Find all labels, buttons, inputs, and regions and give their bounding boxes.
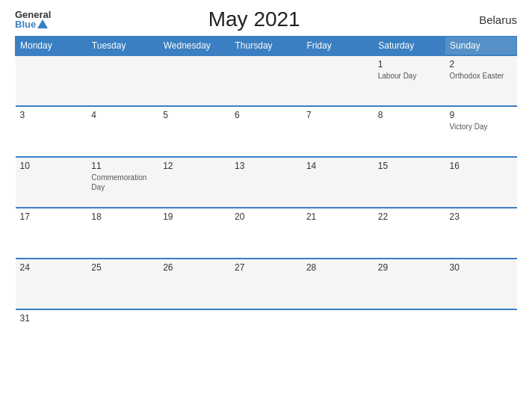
day-number: 25 bbox=[91, 262, 154, 273]
calendar-day-cell bbox=[374, 309, 445, 360]
logo-blue-text: Blue bbox=[15, 19, 48, 29]
calendar-table: Monday Tuesday Wednesday Thursday Friday… bbox=[15, 36, 517, 360]
day-number: 15 bbox=[378, 161, 441, 171]
day-number: 12 bbox=[163, 161, 226, 171]
day-number: 3 bbox=[20, 110, 83, 120]
holiday-name: Victory Day bbox=[450, 122, 513, 132]
calendar-day-cell bbox=[87, 309, 158, 360]
calendar-day-cell: 21 bbox=[302, 208, 374, 259]
day-number: 5 bbox=[163, 110, 226, 120]
calendar-week-row: 3456789Victory Day bbox=[16, 106, 517, 157]
day-number: 1 bbox=[378, 59, 441, 69]
calendar-header: General Blue May 2021 Belarus bbox=[15, 7, 517, 31]
day-number: 9 bbox=[450, 110, 513, 120]
calendar-week-row: 17181920212223 bbox=[16, 208, 517, 259]
calendar-week-row: 1011Commemoration Day1213141516 bbox=[16, 157, 517, 208]
calendar-day-cell: 13 bbox=[230, 157, 302, 208]
calendar-day-cell: 10 bbox=[16, 157, 87, 208]
logo-blue-label: Blue bbox=[15, 19, 36, 29]
calendar-day-cell: 31 bbox=[16, 309, 87, 360]
calendar-day-cell: 28 bbox=[302, 259, 374, 309]
calendar-day-cell: 12 bbox=[158, 157, 230, 208]
day-number: 14 bbox=[306, 161, 369, 171]
calendar-day-cell: 15 bbox=[374, 157, 445, 208]
col-sunday: Sunday bbox=[445, 37, 517, 56]
calendar-day-cell bbox=[158, 55, 230, 106]
calendar-day-cell bbox=[445, 309, 517, 360]
calendar-day-cell: 30 bbox=[445, 259, 517, 309]
calendar-day-cell: 8 bbox=[374, 106, 445, 157]
logo: General Blue bbox=[15, 10, 51, 29]
calendar-day-cell: 29 bbox=[374, 259, 445, 309]
calendar-day-cell bbox=[302, 309, 374, 360]
day-number: 29 bbox=[378, 262, 441, 273]
col-tuesday: Tuesday bbox=[87, 37, 158, 56]
day-number: 18 bbox=[91, 211, 154, 222]
day-number: 7 bbox=[306, 110, 369, 120]
day-number: 27 bbox=[235, 262, 297, 273]
calendar-day-cell: 2Orthodox Easter bbox=[445, 55, 517, 106]
day-number: 6 bbox=[235, 110, 297, 120]
logo-triangle-icon bbox=[37, 19, 48, 28]
calendar-day-cell: 14 bbox=[302, 157, 374, 208]
day-number: 13 bbox=[235, 161, 297, 171]
holiday-name: Orthodox Easter bbox=[450, 71, 513, 81]
day-number: 28 bbox=[306, 262, 369, 273]
calendar-week-row: 31 bbox=[16, 309, 517, 360]
calendar-day-cell: 23 bbox=[445, 208, 517, 259]
holiday-name: Commemoration Day bbox=[91, 173, 154, 192]
day-number: 20 bbox=[235, 211, 297, 222]
calendar-day-cell: 26 bbox=[158, 259, 230, 309]
calendar-page: General Blue May 2021 Belarus Monday Tue… bbox=[0, 0, 532, 411]
day-number: 26 bbox=[163, 262, 226, 273]
col-wednesday: Wednesday bbox=[158, 37, 230, 56]
country-name: Belarus bbox=[457, 13, 517, 26]
day-number: 11 bbox=[91, 161, 154, 171]
day-number: 31 bbox=[20, 313, 83, 324]
day-number: 8 bbox=[378, 110, 441, 120]
calendar-day-cell: 24 bbox=[16, 259, 87, 309]
calendar-day-cell: 1Labour Day bbox=[374, 55, 445, 106]
calendar-day-cell bbox=[158, 309, 230, 360]
day-number: 22 bbox=[378, 211, 441, 222]
holiday-name: Labour Day bbox=[378, 71, 441, 81]
day-number: 24 bbox=[20, 262, 83, 273]
calendar-day-cell: 6 bbox=[230, 106, 302, 157]
col-thursday: Thursday bbox=[230, 37, 302, 56]
day-number: 10 bbox=[20, 161, 83, 171]
calendar-day-cell: 18 bbox=[87, 208, 158, 259]
calendar-day-cell bbox=[230, 309, 302, 360]
calendar-day-cell bbox=[302, 55, 374, 106]
day-number: 19 bbox=[163, 211, 226, 222]
calendar-day-cell: 11Commemoration Day bbox=[87, 157, 158, 208]
calendar-day-cell: 4 bbox=[87, 106, 158, 157]
calendar-day-cell: 19 bbox=[158, 208, 230, 259]
calendar-day-cell: 17 bbox=[16, 208, 87, 259]
calendar-day-cell: 9Victory Day bbox=[445, 106, 517, 157]
day-number: 30 bbox=[450, 262, 513, 273]
calendar-title: May 2021 bbox=[51, 7, 457, 31]
calendar-day-cell: 27 bbox=[230, 259, 302, 309]
calendar-day-cell bbox=[16, 55, 87, 106]
col-friday: Friday bbox=[302, 37, 374, 56]
day-number: 17 bbox=[20, 211, 83, 222]
calendar-day-cell: 16 bbox=[445, 157, 517, 208]
calendar-week-row: 1Labour Day2Orthodox Easter bbox=[16, 55, 517, 106]
calendar-day-cell: 25 bbox=[87, 259, 158, 309]
day-number: 23 bbox=[450, 211, 513, 222]
day-number: 2 bbox=[450, 59, 513, 69]
calendar-day-cell: 20 bbox=[230, 208, 302, 259]
calendar-week-row: 24252627282930 bbox=[16, 259, 517, 309]
calendar-day-cell bbox=[230, 55, 302, 106]
calendar-day-cell: 5 bbox=[158, 106, 230, 157]
col-saturday: Saturday bbox=[374, 37, 445, 56]
calendar-day-cell: 7 bbox=[302, 106, 374, 157]
calendar-day-cell bbox=[87, 55, 158, 106]
day-number: 16 bbox=[450, 161, 513, 171]
day-number: 4 bbox=[91, 110, 154, 120]
col-monday: Monday bbox=[16, 37, 87, 56]
calendar-header-row: Monday Tuesday Wednesday Thursday Friday… bbox=[16, 37, 517, 56]
day-number: 21 bbox=[306, 211, 369, 222]
calendar-day-cell: 22 bbox=[374, 208, 445, 259]
calendar-day-cell: 3 bbox=[16, 106, 87, 157]
